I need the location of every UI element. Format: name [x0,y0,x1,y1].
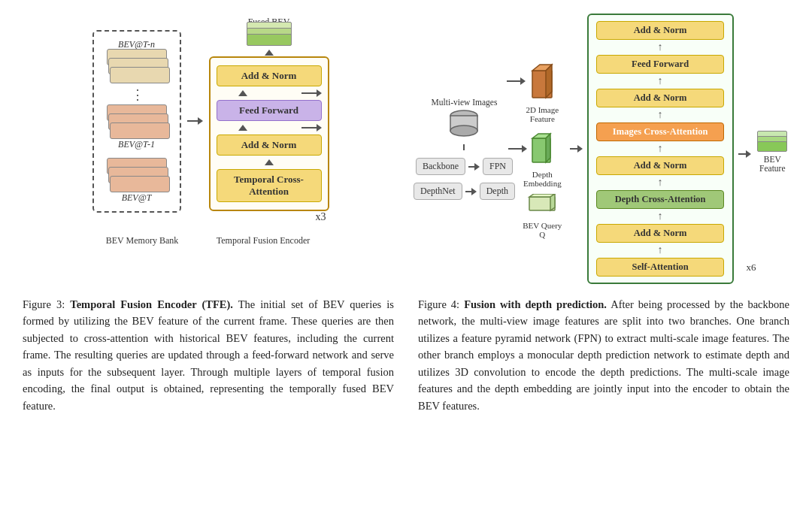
fused-bev-top: Fused BEV [247,14,292,46]
left-bottom-labels: BEV Memory Bank Temporal Fusion Encoder [23,232,398,246]
arrow-down-1: ↑ [658,42,663,53]
right-input-section: Multi-view Images Backbone [414,98,515,200]
right-add-norm-2: Add & Norm [596,89,724,107]
fig3-caption: The initial set of BEV queries is formed… [23,298,394,412]
right-add-norm-3: Add & Norm [596,156,724,175]
fig4-title: Fusion with depth prediction. [464,298,607,310]
arrow-up-1 [238,90,247,96]
arrow-down-6: ↑ [658,211,663,222]
depthnet-arrow [465,188,477,195]
bev-card-mid-3 [110,122,170,139]
multi-view-images-label: Multi-view Images [432,98,498,107]
figure-right: Multi-view Images Backbone [406,14,789,289]
bev-feature-stack [757,131,787,152]
depth-to-embed-arrow [508,145,527,153]
depth-embed-section: Depth Embedding [520,129,565,188]
encoder-to-output-arrow [738,150,751,158]
caption-right: Figure 4: Fusion with depth prediction. … [406,296,789,414]
tfe-box: Add & Norm [209,56,329,211]
fig3-label: Figure 3: [23,298,65,310]
images-cross-attention-block: Images Cross-Attention [596,122,724,141]
caption-row: Figure 3: Temporal Fusion Encoder (TFE).… [23,296,789,414]
arrow-down-4: ↑ [658,144,663,154]
svg-marker-11 [550,194,555,210]
depth-cube-icon [528,129,556,165]
fig4-caption: After being processed by the backbone ne… [418,298,789,412]
self-attention-block: Self-Attention [596,258,724,277]
bev-t: BEV@T [104,156,170,205]
svg-point-2 [450,125,477,136]
arrow-down-7: ↑ [658,245,663,255]
fused-bev-stack [247,28,292,46]
tfe-area: Fused BEV Add & Norm [209,14,329,229]
fpn-to-cube-arrow [507,77,526,85]
depthnet-row: DepthNet Depth [414,183,515,200]
multi-view-images-section: Multi-view Images [432,98,498,137]
right-diagram: Multi-view Images Backbone [414,14,789,284]
figures-row: BEV@T-n ⋮ BEV@T-1 B [23,14,789,289]
feed-forward-block: Feed Forward [217,100,322,121]
figure-left: BEV@T-n ⋮ BEV@T-1 B [23,14,406,246]
arrow-down-3: ↑ [658,110,663,120]
dots: ⋮ [131,88,143,101]
center-to-encoder-arrow [570,145,583,153]
depthnet-box: DepthNet [414,183,462,200]
fpn-box: FPN [483,158,513,175]
depth-box: Depth [480,183,515,200]
encoder-box: Add & Norm ↑ Feed Forward ↑ Add & Norm ↑… [587,14,734,284]
depth-cross-attention-block: Depth Cross-Attention [596,190,724,209]
backbone-box: Backbone [416,158,465,175]
temporal-fusion-encoder-label: Temporal Fusion Encoder [203,235,323,246]
right-feed-forward: Feed Forward [596,55,724,74]
camera-icon [446,108,482,137]
arrow-down-5: ↑ [658,177,663,188]
bev-memory-bank-box: BEV@T-n ⋮ BEV@T-1 B [92,30,181,213]
right-add-norm-1: Add & Norm [596,21,724,40]
x6-label: x6 [747,262,756,274]
temporal-cross-attention-block: Temporal Cross-Attention [217,169,322,202]
encoder-box-wrapper: Add & Norm ↑ Feed Forward ↑ Add & Norm ↑… [587,14,734,284]
x3-label: x3 [316,211,326,229]
fig4-label: Figure 4: [418,298,459,310]
svg-marker-8 [546,134,550,162]
arrow-up-to-fused [265,50,274,56]
arrow-down-2: ↑ [658,76,663,86]
bank-to-tfe-arrow [187,117,203,126]
fig3-title: Temporal Fusion Encoder (TFE). [70,298,233,310]
backbone-fpn-row: Backbone FPN [416,158,513,175]
arrow-up-3 [265,159,274,165]
right-add-norm-4: Add & Norm [596,224,724,243]
cube-icon [526,59,558,101]
bev-feature-label: BEV Feature [756,155,789,173]
svg-marker-5 [546,65,552,98]
depth-embedding-label: Depth Embedding [520,170,565,188]
tfe-vertical: Fused BEV Add & Norm [209,14,329,229]
bev-t-label: BEV@T [122,192,152,204]
bev-card-bot-3 [110,176,170,192]
bev-memory-bank-label: BEV Memory Bank [98,235,186,246]
caption-left: Figure 3: Temporal Fusion Encoder (TFE).… [23,296,406,414]
left-diagram-container: BEV@T-n ⋮ BEV@T-1 B [92,14,329,229]
bev-t-minus-n: BEV@T-n [104,39,170,83]
bev-feature-output: BEV Feature [756,131,789,173]
bev-card-top-3 [110,67,170,83]
image-feature-section: 2D Image Feature [520,59,565,123]
backbone-fpn-arrow [468,163,480,171]
image-feature-label: 2D Image Feature [520,105,565,123]
add-norm-top-block: Add & Norm [217,65,322,86]
right-center-features: 2D Image Feature [520,59,565,239]
bev-t-minus-1-label: BEV@T-1 [118,139,155,150]
add-norm-mid-block: Add & Norm [217,135,322,156]
bev-query-label: BEV Query Q [520,221,565,239]
arrow-up-2 [238,125,247,131]
bev-query-icon [526,194,558,216]
bev-query-section: BEV Query Q [520,194,565,239]
bev-t-minus-1: BEV@T-1 [104,104,170,152]
